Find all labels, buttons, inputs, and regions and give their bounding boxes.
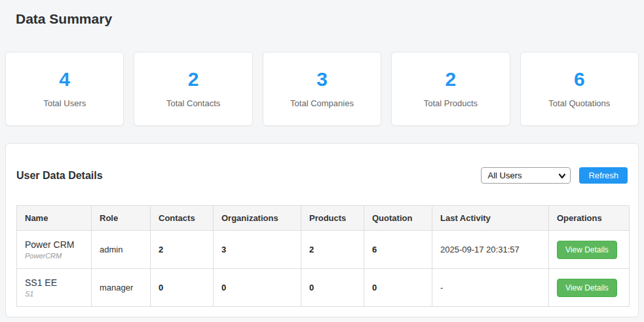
stats-row: 4 Total Users 2 Total Contacts 3 Total C… — [5, 52, 639, 126]
table-header-row: Name Role Contacts Organizations Product… — [17, 206, 630, 231]
table-row: Power CRM PowerCRM admin 2 3 2 6 2025-09… — [17, 231, 630, 269]
cell-role: admin — [92, 231, 151, 269]
stat-card-total-products: 2 Total Products — [391, 52, 510, 126]
user-filter-select[interactable]: All Users — [481, 167, 571, 184]
stat-label: Total Products — [424, 98, 478, 108]
dashboard-page: Data Summary 4 Total Users 2 Total Conta… — [0, 0, 644, 317]
stat-value: 2 — [188, 70, 199, 89]
column-header-operations: Operations — [549, 206, 630, 231]
stat-card-total-contacts: 2 Total Contacts — [134, 52, 252, 126]
column-header-name: Name — [17, 206, 92, 231]
cell-operations: View Details — [549, 231, 630, 269]
cell-quotation: 0 — [364, 269, 432, 307]
cell-last-activity: 2025-09-17 20:31:57 — [432, 231, 549, 269]
column-header-products: Products — [301, 206, 364, 231]
stat-value: 4 — [59, 70, 70, 89]
user-name: Power CRM — [25, 239, 83, 250]
column-header-contacts: Contacts — [151, 206, 214, 231]
cell-operations: View Details — [549, 269, 630, 307]
user-filter-select-wrap: All Users — [481, 167, 571, 184]
stat-label: Total Contacts — [166, 98, 220, 108]
stat-value: 6 — [574, 70, 585, 89]
cell-name: SS1 EE S1 — [17, 269, 92, 307]
cell-quotation: 6 — [364, 231, 432, 269]
stat-card-total-quotations: 6 Total Quotations — [520, 52, 639, 126]
user-name: SS1 EE — [25, 277, 83, 288]
column-header-role: Role — [92, 206, 151, 231]
cell-products: 2 — [301, 231, 364, 269]
view-details-button[interactable]: View Details — [557, 279, 617, 297]
view-details-button[interactable]: View Details — [557, 241, 617, 259]
page-title: Data Summary — [16, 11, 644, 27]
cell-role: manager — [92, 269, 151, 307]
stat-card-total-companies: 3 Total Companies — [263, 52, 381, 126]
stat-value: 3 — [316, 70, 328, 89]
column-header-organizations: Organizations — [214, 206, 301, 231]
cell-contacts: 0 — [151, 269, 214, 307]
user-data-table: Name Role Contacts Organizations Product… — [16, 205, 630, 307]
cell-organizations: 3 — [214, 231, 301, 269]
user-username: S1 — [25, 290, 83, 298]
stat-label: Total Users — [43, 98, 86, 108]
table-row: SS1 EE S1 manager 0 0 0 0 - View Details — [17, 269, 630, 307]
panel-controls: All Users Refresh — [481, 167, 628, 184]
cell-contacts: 2 — [151, 231, 214, 269]
stat-label: Total Quotations — [548, 98, 610, 108]
user-data-details-panel: User Data Details All Users Refresh — [5, 143, 639, 317]
cell-name: Power CRM PowerCRM — [17, 231, 92, 269]
user-username: PowerCRM — [25, 252, 83, 260]
column-header-quotation: Quotation — [364, 206, 432, 231]
cell-last-activity: - — [432, 269, 549, 307]
cell-products: 0 — [301, 269, 364, 307]
refresh-button[interactable]: Refresh — [579, 167, 628, 184]
stat-card-total-users: 4 Total Users — [5, 52, 124, 126]
panel-header: User Data Details All Users Refresh — [16, 167, 628, 184]
column-header-last-activity: Last Activity — [432, 206, 549, 231]
cell-organizations: 0 — [214, 269, 301, 307]
stat-value: 2 — [445, 70, 457, 89]
stat-label: Total Companies — [290, 98, 354, 108]
panel-title: User Data Details — [16, 170, 103, 182]
